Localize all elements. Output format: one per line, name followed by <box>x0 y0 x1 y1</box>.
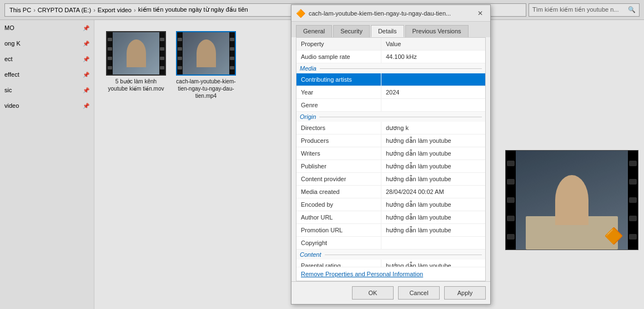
apply-button[interactable]: Apply <box>444 286 486 300</box>
vlc-icon: 🔶 <box>296 9 305 18</box>
props-row-media-created: Media created 28/04/2024 00:02 AM <box>296 186 485 198</box>
tab-details[interactable]: Details <box>371 25 404 37</box>
dialog-title: cach-lam-youtube-kiem-tien-ngay-tu-ngay-… <box>309 10 471 17</box>
props-row-directors: Directors dương k <box>296 122 485 134</box>
props-row-genre: Genre <box>296 99 485 112</box>
genre-property: Genre <box>296 99 381 111</box>
props-row-producers: Producers hướng dẫn làm youtube <box>296 134 485 147</box>
props-row-publisher: Publisher hướng dẫn làm youtube <box>296 160 485 173</box>
props-header-row: Property Value <box>296 38 485 51</box>
section-media-label: Media <box>300 65 316 72</box>
props-row-copyright: Copyright <box>296 237 485 250</box>
section-line <box>320 68 482 69</box>
section-media: Media <box>296 63 485 73</box>
props-row-year: Year 2024 <box>296 86 485 99</box>
props-row-writers: Writers hướng dẫn làm youtube <box>296 147 485 160</box>
genre-value <box>381 99 485 111</box>
props-row-parental-rating: Parental rating hướng dẫn làm youtube <box>296 260 485 267</box>
props-row-promotion-url: Promotion URL hướng dẫn làm youtube <box>296 224 485 237</box>
header-property: Property <box>296 38 381 50</box>
dialog-titlebar: 🔶 cach-lam-youtube-kiem-tien-ngay-tu-nga… <box>291 5 490 22</box>
audio-property: Audio sample rate <box>296 51 381 63</box>
section-content-label: Content <box>300 251 321 258</box>
section-origin-label: Origin <box>300 113 316 120</box>
tab-security[interactable]: Security <box>333 25 370 37</box>
props-row-contributing[interactable]: Contributing artists <box>296 73 485 86</box>
properties-table[interactable]: Property Value Audio sample rate 44.100 … <box>296 38 485 267</box>
header-value: Value <box>381 38 485 50</box>
dialog-close-button[interactable]: ✕ <box>475 8 486 19</box>
section-origin: Origin <box>296 112 485 122</box>
section-content-line <box>325 255 482 255</box>
tab-general[interactable]: General <box>296 25 332 37</box>
props-row-author-url: Author URL hướng dẫn làm youtube <box>296 211 485 224</box>
year-property: Year <box>296 86 381 98</box>
props-row-encoded-by: Encoded by hướng dẫn làm youtube <box>296 198 485 211</box>
contributing-property: Contributing artists <box>296 73 381 86</box>
properties-dialog: 🔶 cach-lam-youtube-kiem-tien-ngay-tu-nga… <box>291 4 491 305</box>
section-origin-line <box>319 117 482 117</box>
dialog-tabs: General Security Details Previous Versio… <box>291 22 490 37</box>
year-value: 2024 <box>381 86 485 98</box>
dialog-buttons: OK Cancel Apply <box>291 281 490 304</box>
props-row-audio: Audio sample rate 44.100 kHz <box>296 51 485 63</box>
tab-previous-versions[interactable]: Previous Versions <box>405 25 469 37</box>
audio-value: 44.100 kHz <box>381 51 485 63</box>
props-row-content-provider: Content provider hướng dẫn làm youtube <box>296 173 485 186</box>
remove-properties-link[interactable]: Remove Properties and Personal Informati… <box>296 267 485 281</box>
section-content: Content <box>296 250 485 260</box>
cancel-button[interactable]: Cancel <box>398 286 440 300</box>
contributing-value <box>381 73 485 86</box>
dialog-content-area: Property Value Audio sample rate 44.100 … <box>296 37 486 281</box>
ok-button[interactable]: OK <box>352 286 394 300</box>
